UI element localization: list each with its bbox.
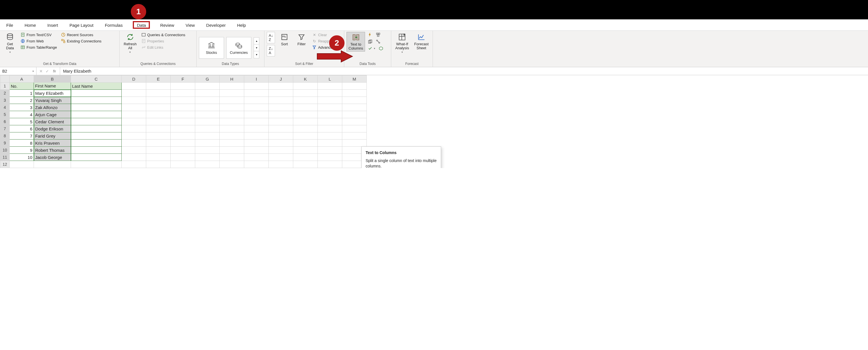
cell[interactable]: 9 xyxy=(10,147,34,154)
cell[interactable] xyxy=(71,90,122,97)
cell[interactable] xyxy=(171,125,195,132)
data-validation-button[interactable]: ▾ xyxy=(367,45,376,51)
col-header-c[interactable]: C xyxy=(71,75,122,83)
cell[interactable] xyxy=(269,154,293,161)
remove-dup-button[interactable] xyxy=(367,39,374,44)
cell[interactable]: 8 xyxy=(10,139,34,147)
row-header[interactable]: 7 xyxy=(0,125,10,132)
cell[interactable] xyxy=(171,154,195,161)
col-header-l[interactable]: L xyxy=(318,75,342,83)
worksheet-grid[interactable]: A B C D E F G H I J K L M 1 No. First Na… xyxy=(0,75,367,168)
row-header[interactable]: 9 xyxy=(0,139,10,147)
tab-formulas[interactable]: Formulas xyxy=(104,22,124,29)
row-header[interactable]: 12 xyxy=(0,161,10,168)
cell[interactable] xyxy=(318,132,342,139)
cell[interactable] xyxy=(293,118,318,125)
cell[interactable] xyxy=(122,132,146,139)
cancel-icon[interactable]: ✕ xyxy=(39,69,43,73)
cell[interactable] xyxy=(171,111,195,118)
cell[interactable]: Last Name xyxy=(71,83,122,90)
cell[interactable] xyxy=(195,132,220,139)
cell[interactable] xyxy=(220,104,244,111)
cell[interactable] xyxy=(34,161,71,168)
cell[interactable] xyxy=(342,90,367,97)
cell[interactable] xyxy=(146,125,171,132)
cell[interactable]: 7 xyxy=(10,132,34,139)
cell[interactable] xyxy=(293,139,318,147)
cell[interactable] xyxy=(195,104,220,111)
cell[interactable]: 6 xyxy=(10,125,34,132)
cell[interactable] xyxy=(244,154,269,161)
cell[interactable] xyxy=(171,147,195,154)
cell[interactable] xyxy=(244,139,269,147)
cell[interactable] xyxy=(293,161,318,168)
cell[interactable] xyxy=(220,139,244,147)
cell[interactable] xyxy=(171,97,195,104)
whatif-button[interactable]: ? What-If Analysis▾ xyxy=(394,32,411,54)
cell[interactable]: Mary Elizabeth xyxy=(34,90,71,97)
relationships-button[interactable] xyxy=(375,39,381,44)
cell[interactable] xyxy=(293,147,318,154)
cell[interactable] xyxy=(293,97,318,104)
col-header-j[interactable]: J xyxy=(269,75,293,83)
sort-button[interactable]: Sort xyxy=(277,32,292,47)
filter-button[interactable]: Filter xyxy=(294,32,309,47)
currencies-type[interactable]: Currencies xyxy=(226,37,251,59)
tab-file[interactable]: File xyxy=(5,22,14,29)
cell[interactable] xyxy=(71,118,122,125)
row-header[interactable]: 4 xyxy=(0,104,10,111)
cell[interactable] xyxy=(122,161,146,168)
cell[interactable] xyxy=(220,161,244,168)
tab-developer[interactable]: Developer xyxy=(205,22,227,29)
from-csv-button[interactable]: From Text/CSV xyxy=(20,32,58,38)
cell[interactable] xyxy=(195,83,220,90)
cell[interactable] xyxy=(122,118,146,125)
cell[interactable] xyxy=(342,83,367,90)
col-header-k[interactable]: K xyxy=(293,75,318,83)
col-header-e[interactable]: E xyxy=(146,75,171,83)
cell[interactable] xyxy=(220,97,244,104)
cell[interactable] xyxy=(71,161,122,168)
cell[interactable] xyxy=(342,97,367,104)
cell[interactable] xyxy=(318,161,342,168)
row-header[interactable]: 6 xyxy=(0,118,10,125)
cell[interactable] xyxy=(71,104,122,111)
cell[interactable]: Arjun Cage xyxy=(34,111,71,118)
cell[interactable] xyxy=(269,118,293,125)
cell[interactable] xyxy=(342,118,367,125)
cell[interactable] xyxy=(318,118,342,125)
cell[interactable] xyxy=(71,111,122,118)
cell[interactable]: 1 xyxy=(10,90,34,97)
col-header-a[interactable]: A xyxy=(10,75,34,83)
tab-review[interactable]: Review xyxy=(159,22,175,29)
cell[interactable] xyxy=(269,147,293,154)
get-data-button[interactable]: Get Data▾ xyxy=(2,32,18,54)
cell[interactable] xyxy=(293,125,318,132)
cell[interactable] xyxy=(293,104,318,111)
cell[interactable] xyxy=(318,154,342,161)
cell[interactable] xyxy=(269,111,293,118)
cell[interactable] xyxy=(195,90,220,97)
cell[interactable] xyxy=(195,154,220,161)
sort-asc-button[interactable]: A↓Z xyxy=(267,32,275,43)
cell[interactable]: 2 xyxy=(10,97,34,104)
row-header[interactable]: 3 xyxy=(0,97,10,104)
row-header[interactable]: 11 xyxy=(0,154,10,161)
text-to-columns-button[interactable]: Text to Columns xyxy=(346,32,365,52)
cell[interactable]: 5 xyxy=(10,118,34,125)
col-header-f[interactable]: F xyxy=(171,75,195,83)
cell[interactable] xyxy=(220,154,244,161)
cell[interactable] xyxy=(342,104,367,111)
cell[interactable] xyxy=(146,154,171,161)
cell[interactable] xyxy=(244,147,269,154)
cell[interactable] xyxy=(171,104,195,111)
cell[interactable] xyxy=(71,139,122,147)
cell[interactable] xyxy=(71,125,122,132)
cell[interactable] xyxy=(122,83,146,90)
cell[interactable] xyxy=(318,90,342,97)
cell[interactable]: Jacob George xyxy=(34,154,71,161)
cell[interactable] xyxy=(146,90,171,97)
formula-input[interactable]: Mary Elizabeth xyxy=(60,67,868,75)
recent-sources-button[interactable]: Recent Sources xyxy=(60,32,102,38)
cell[interactable] xyxy=(146,83,171,90)
